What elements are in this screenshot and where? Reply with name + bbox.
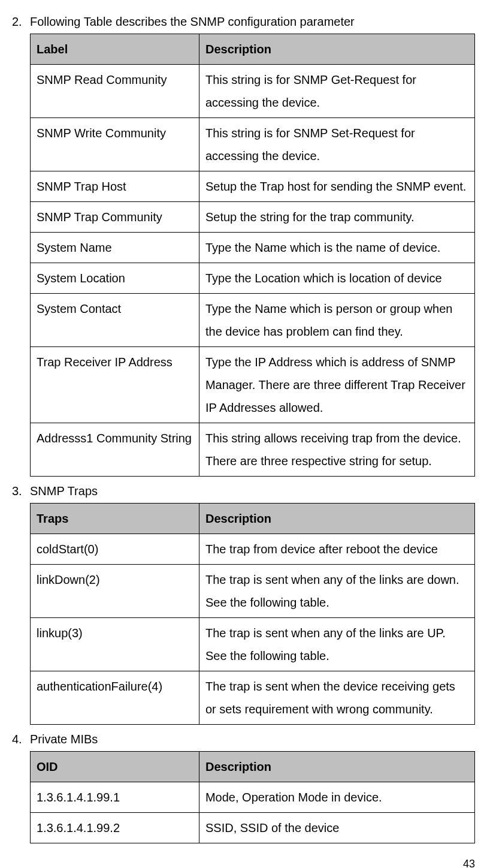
table-cell-description: Type the IP Address which is address of … bbox=[199, 347, 474, 423]
list-number: 3. bbox=[12, 481, 30, 501]
table-header-description: Description bbox=[199, 34, 474, 65]
table-row: linkup(3)The trap is sent when any of th… bbox=[31, 618, 475, 671]
table-cell-label: SNMP Trap Community bbox=[31, 202, 199, 233]
table-row: 1.3.6.1.4.1.99.1Mode, Operation Mode in … bbox=[31, 782, 475, 813]
table-row: Addresss1 Community StringThis string al… bbox=[31, 423, 475, 477]
table-cell-label: coldStart(0) bbox=[31, 534, 199, 565]
table-cell-description: Type the Name which is person or group w… bbox=[199, 294, 474, 347]
section-3-heading: 3. SNMP Traps bbox=[12, 481, 475, 501]
list-number: 4. bbox=[12, 730, 30, 749]
table-row: SNMP Write CommunityThis string is for S… bbox=[31, 118, 475, 171]
table-cell-label: Addresss1 Community String bbox=[31, 423, 199, 477]
table-row: System LocationType the Location which i… bbox=[31, 263, 475, 294]
section-4-heading: 4. Private MIBs bbox=[12, 730, 475, 749]
table-cell-label: System Contact bbox=[31, 294, 199, 347]
table-header-row: Traps Description bbox=[31, 504, 475, 534]
list-text: Private MIBs bbox=[30, 730, 475, 749]
list-text: SNMP Traps bbox=[30, 481, 475, 501]
table-cell-description: The trap is sent when the device receivi… bbox=[199, 671, 474, 725]
table-cell-label: Trap Receiver IP Address bbox=[31, 347, 199, 423]
table-row: Trap Receiver IP AddressType the IP Addr… bbox=[31, 347, 475, 423]
table-cell-description: This string is for SNMP Set-Request for … bbox=[199, 118, 474, 171]
table-cell-label: linkDown(2) bbox=[31, 565, 199, 618]
table-header-description: Description bbox=[199, 504, 474, 534]
table-cell-label: 1.3.6.1.4.1.99.1 bbox=[31, 782, 199, 813]
snmp-traps-table: Traps Description coldStart(0)The trap f… bbox=[30, 503, 475, 725]
table-cell-label: System Name bbox=[31, 233, 199, 263]
table-cell-label: SNMP Write Community bbox=[31, 118, 199, 171]
table-row: SNMP Read CommunityThis string is for SN… bbox=[31, 65, 475, 118]
snmp-config-table: Label Description SNMP Read CommunityThi… bbox=[30, 34, 475, 477]
table-header-traps: Traps bbox=[31, 504, 199, 534]
table-cell-description: Setup the Trap host for sending the SNMP… bbox=[199, 171, 474, 202]
table-header-oid: OID bbox=[31, 752, 199, 782]
private-mibs-table: OID Description 1.3.6.1.4.1.99.1Mode, Op… bbox=[30, 751, 475, 843]
table-cell-label: authenticationFailure(4) bbox=[31, 671, 199, 725]
table-row: SNMP Trap CommunitySetup the string for … bbox=[31, 202, 475, 233]
list-text: Following Table describes the SNMP confi… bbox=[30, 12, 475, 31]
table-cell-description: The trap is sent when any of the links a… bbox=[199, 618, 474, 671]
table-cell-description: Mode, Operation Mode in device. bbox=[199, 782, 474, 813]
table-cell-description: Setup the string for the trap community. bbox=[199, 202, 474, 233]
page-number: 43 bbox=[12, 855, 475, 868]
table-cell-label: 1.3.6.1.4.1.99.2 bbox=[31, 813, 199, 843]
list-number: 2. bbox=[12, 12, 30, 31]
table-body-2: SNMP Read CommunityThis string is for SN… bbox=[31, 65, 475, 477]
table-row: System ContactType the Name which is per… bbox=[31, 294, 475, 347]
table-body-3: coldStart(0)The trap from device after r… bbox=[31, 534, 475, 725]
table-header-row: OID Description bbox=[31, 752, 475, 782]
table-cell-description: SSID, SSID of the device bbox=[199, 813, 474, 843]
table-header-row: Label Description bbox=[31, 34, 475, 65]
table-cell-description: This string is for SNMP Get-Request for … bbox=[199, 65, 474, 118]
table-cell-description: This string allows receiving trap from t… bbox=[199, 423, 474, 477]
table-row: System NameType the Name which is the na… bbox=[31, 233, 475, 263]
table-cell-label: linkup(3) bbox=[31, 618, 199, 671]
table-cell-description: Type the Name which is the name of devic… bbox=[199, 233, 474, 263]
section-2-heading: 2. Following Table describes the SNMP co… bbox=[12, 12, 475, 31]
table-row: SNMP Trap HostSetup the Trap host for se… bbox=[31, 171, 475, 202]
table-cell-label: System Location bbox=[31, 263, 199, 294]
table-cell-label: SNMP Read Community bbox=[31, 65, 199, 118]
table-row: coldStart(0)The trap from device after r… bbox=[31, 534, 475, 565]
table-row: 1.3.6.1.4.1.99.2SSID, SSID of the device bbox=[31, 813, 475, 843]
table-cell-label: SNMP Trap Host bbox=[31, 171, 199, 202]
table-row: authenticationFailure(4)The trap is sent… bbox=[31, 671, 475, 725]
table-cell-description: The trap from device after reboot the de… bbox=[199, 534, 474, 565]
table-body-4: 1.3.6.1.4.1.99.1Mode, Operation Mode in … bbox=[31, 782, 475, 843]
table-header-description: Description bbox=[199, 752, 474, 782]
table-header-label: Label bbox=[31, 34, 199, 65]
table-cell-description: The trap is sent when any of the links a… bbox=[199, 565, 474, 618]
table-cell-description: Type the Location which is location of d… bbox=[199, 263, 474, 294]
table-row: linkDown(2)The trap is sent when any of … bbox=[31, 565, 475, 618]
